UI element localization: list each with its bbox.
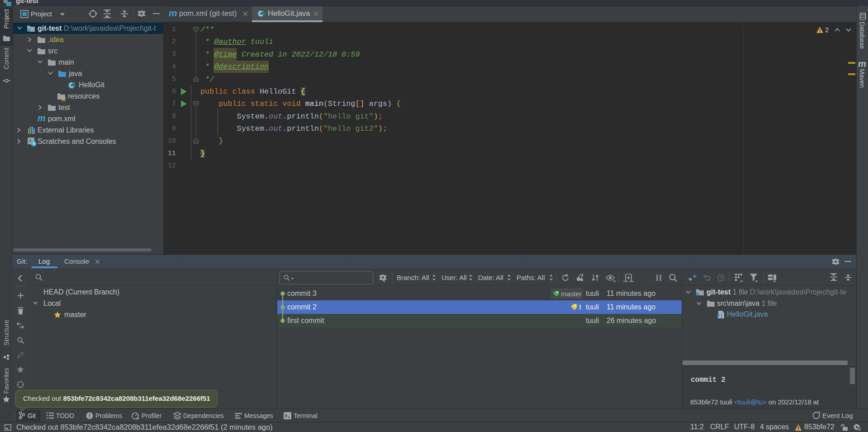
svg-text:J: J — [718, 314, 721, 319]
